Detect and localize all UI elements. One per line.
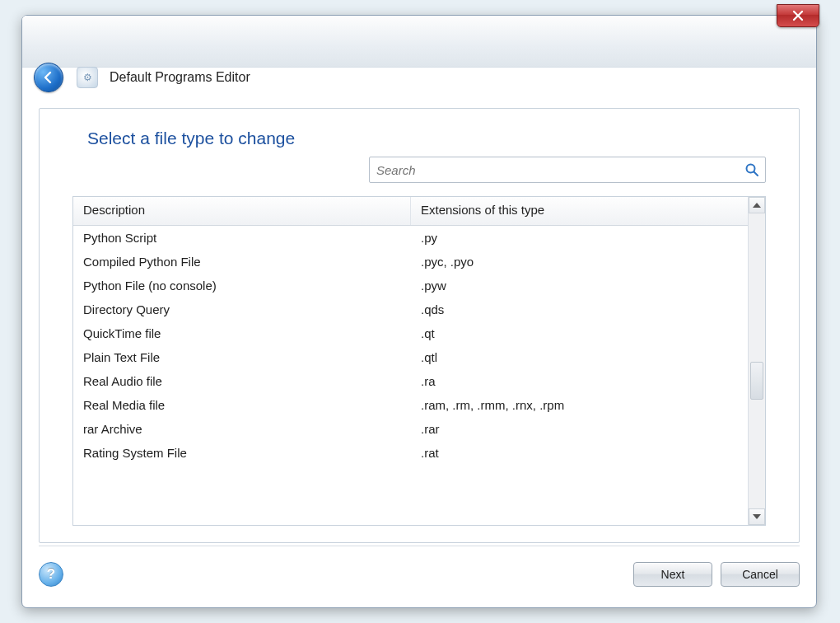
- svg-line-1: [754, 172, 758, 176]
- table-row[interactable]: Directory Query.qds: [73, 297, 748, 321]
- cell-extensions: .pyw: [411, 279, 748, 293]
- button-bar: ? Next Cancel: [39, 546, 800, 589]
- scroll-up-button[interactable]: [749, 197, 765, 213]
- column-header-description[interactable]: Description: [73, 197, 411, 225]
- scroll-thumb[interactable]: [750, 362, 763, 400]
- cell-extensions: .rar: [411, 422, 748, 436]
- scroll-down-button[interactable]: [749, 508, 765, 525]
- table-row[interactable]: Rating System File.rat: [73, 441, 748, 465]
- help-icon: ?: [47, 566, 55, 583]
- cell-extensions: .qds: [411, 302, 748, 316]
- back-arrow-icon: [41, 70, 56, 85]
- table-row[interactable]: Python Script.py: [73, 226, 748, 250]
- main-panel: Select a file type to change Description…: [39, 108, 800, 543]
- cell-extensions: .ram, .rm, .rmm, .rnx, .rpm: [411, 398, 748, 412]
- cell-description: Real Audio file: [73, 374, 411, 388]
- cell-description: Python Script: [73, 231, 411, 245]
- vertical-scrollbar[interactable]: [748, 197, 765, 525]
- cell-description: Python File (no console): [73, 279, 411, 293]
- table-header: Description Extensions of this type: [73, 197, 748, 226]
- back-button[interactable]: [34, 63, 63, 92]
- search-icon[interactable]: [739, 157, 765, 182]
- app-icon: ⚙: [77, 67, 98, 88]
- app-title: Default Programs Editor: [110, 70, 250, 85]
- table-row[interactable]: Plain Text File.qtl: [73, 345, 748, 369]
- chevron-up-icon: [753, 203, 761, 208]
- cell-extensions: .ra: [411, 374, 748, 388]
- search-input[interactable]: [370, 157, 739, 182]
- column-header-extensions[interactable]: Extensions of this type: [411, 197, 748, 225]
- table-row[interactable]: Real Audio file.ra: [73, 369, 748, 393]
- table-rows: Python Script.pyCompiled Python File.pyc…: [73, 226, 748, 525]
- cell-description: Real Media file: [73, 398, 411, 412]
- page-heading: Select a file type to change: [87, 129, 295, 148]
- search-box: [369, 157, 766, 183]
- cell-description: Compiled Python File: [73, 255, 411, 269]
- close-button[interactable]: [777, 4, 819, 27]
- cell-description: Rating System File: [73, 446, 411, 460]
- cell-description: QuickTime file: [73, 326, 411, 340]
- nav-area: ⚙ Default Programs Editor: [34, 60, 250, 95]
- table-row[interactable]: Real Media file.ram, .rm, .rmm, .rnx, .r…: [73, 393, 748, 417]
- cell-extensions: .rat: [411, 446, 748, 460]
- table-row[interactable]: Compiled Python File.pyc, .pyo: [73, 250, 748, 274]
- next-button[interactable]: Next: [633, 562, 712, 587]
- cell-description: Directory Query: [73, 302, 411, 316]
- table-row[interactable]: Python File (no console).pyw: [73, 274, 748, 297]
- table-row[interactable]: QuickTime file.qt: [73, 321, 748, 345]
- help-button[interactable]: ?: [39, 562, 63, 587]
- cell-description: rar Archive: [73, 422, 411, 436]
- cancel-button[interactable]: Cancel: [721, 562, 800, 587]
- cell-extensions: .qtl: [411, 350, 748, 364]
- chevron-down-icon: [753, 514, 761, 519]
- cell-extensions: .pyc, .pyo: [411, 255, 748, 269]
- cell-extensions: .qt: [411, 326, 748, 340]
- cell-extensions: .py: [411, 231, 748, 245]
- dialog-window: ⚙ Default Programs Editor Select a file …: [21, 15, 817, 608]
- cell-description: Plain Text File: [73, 350, 411, 364]
- close-icon: [792, 10, 804, 21]
- table-row[interactable]: rar Archive.rar: [73, 417, 748, 441]
- file-type-table: Description Extensions of this type Pyth…: [72, 196, 766, 526]
